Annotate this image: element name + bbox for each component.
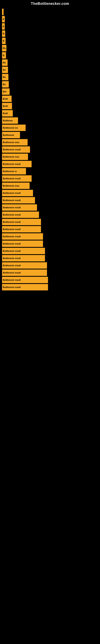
- bar-row: Bottleneck result: [2, 219, 100, 225]
- bar-row: Bottlenec: [2, 117, 100, 124]
- bar-item: Bottleneck result: [2, 197, 35, 204]
- bar-row: Bo: [2, 74, 100, 80]
- bar-label: Bottleneck: [3, 134, 14, 136]
- bar-item: B: [2, 30, 5, 37]
- bar-label: Bottleneck result: [3, 264, 21, 267]
- bar-label: Bottleneck res: [3, 126, 18, 129]
- bar-item: E: [2, 23, 5, 30]
- bar-row: Bottleneck resu: [2, 182, 100, 189]
- bar-row: Bottleneck result: [2, 190, 100, 196]
- bar-label: Bo: [3, 47, 6, 49]
- bar-item: Bottleneck result: [2, 248, 45, 254]
- bar-item: Bottleneck result: [2, 270, 47, 276]
- bar-label: E: [3, 25, 4, 28]
- bar-item: B: [2, 38, 6, 44]
- bar-item: E: [2, 16, 5, 22]
- bar-label: Bottleneck resu: [3, 141, 19, 144]
- bar-item: Bottleneck result: [2, 255, 45, 262]
- bar-row: Bottleneck result: [2, 240, 100, 247]
- bar-row: Bot: [2, 88, 100, 95]
- bar-item: Bottleneck re: [2, 168, 26, 174]
- bar-row: Bottleneck result: [2, 277, 100, 283]
- bar-row: E: [2, 16, 100, 22]
- bar-item: Bottleneck resu: [2, 182, 30, 189]
- bar-row: Bottleneck result: [2, 248, 100, 254]
- bar-row: Bottleneck result: [2, 226, 100, 232]
- bar-item: Bot: [2, 88, 10, 95]
- bar-item: Bo: [2, 81, 9, 88]
- bar-item: Bottleneck result: [2, 204, 37, 211]
- bar-label: Bottleneck result: [3, 148, 21, 151]
- bar-label: B: [3, 40, 4, 42]
- bar-item: Bottleneck result: [2, 175, 32, 182]
- bar-label: Bo: [3, 83, 6, 86]
- bar-row: Bottleneck result: [2, 204, 100, 211]
- bar-item: Bo: [2, 74, 8, 80]
- bar-label: E: [3, 18, 4, 20]
- bar-label: Bottleneck result: [3, 279, 21, 281]
- bar-label: Bo: [3, 69, 6, 71]
- bar-row: Bottleneck result: [2, 212, 100, 218]
- bar-item: Bottl: [2, 96, 12, 102]
- bar-label: B: [3, 54, 4, 56]
- bar-row: Bottleneck resu: [2, 154, 100, 160]
- bar-label: Bottlenec: [3, 119, 13, 122]
- bar-label: Bottleneck result: [3, 221, 21, 223]
- bar-row: Bottleneck result: [2, 233, 100, 240]
- bar-item: Bottleneck resu: [2, 154, 28, 160]
- bar-label: Bottleneck result: [3, 206, 21, 209]
- bar-row: Bo: [2, 66, 100, 73]
- bar-row: [2, 9, 100, 15]
- bar-label: Bottleneck result: [3, 235, 21, 238]
- bar-label: Bottl: [3, 112, 8, 114]
- bar-item: Bottleneck: [2, 132, 20, 138]
- bar-item: Bo: [2, 59, 8, 66]
- bar-row: Bottleneck resu: [2, 139, 100, 146]
- bar-label: B: [3, 32, 4, 35]
- bar-label: Bottleneck result: [3, 272, 21, 274]
- bar-label: Bottleneck result: [3, 250, 21, 252]
- bar-label: Bottleneck result: [3, 257, 21, 260]
- bar-row: Bottleneck re: [2, 168, 100, 174]
- bar-row: Bottleneck res: [2, 124, 100, 131]
- bar-item: Bottleneck result: [2, 262, 47, 269]
- bar-label: Bottleneck re: [3, 170, 17, 172]
- bar-item: Bottleneck res: [2, 124, 26, 131]
- bars-container: EEBBBoBBoBoBoBoBotBottlBottlBottlBottlen…: [0, 7, 100, 291]
- bar-item: Bo: [2, 66, 8, 73]
- bar-label: Bottleneck resu: [3, 184, 19, 187]
- bar-row: B: [2, 52, 100, 58]
- bar-label: Bottl: [3, 98, 8, 100]
- bar-item: B: [2, 52, 6, 58]
- bar-item: Bo: [2, 45, 6, 51]
- bar-row: Bo: [2, 81, 100, 88]
- bar-label: Bottleneck result: [3, 163, 21, 165]
- bar-item: Bottleneck result: [2, 212, 39, 218]
- bar-row: Bo: [2, 59, 100, 66]
- bar-label: Bottleneck result: [3, 228, 21, 230]
- bar-label: Bo: [3, 76, 6, 78]
- bar-label: Bottleneck result: [3, 199, 21, 202]
- bar-item: Bottleneck result: [2, 146, 30, 153]
- bar-row: Bottl: [2, 110, 100, 116]
- bar-item: Bottlenec: [2, 117, 18, 124]
- bar-label: Bottleneck result: [3, 214, 21, 216]
- bar-item: Bottleneck result: [2, 161, 32, 167]
- bar-row: B: [2, 38, 100, 44]
- bar-row: Bottl: [2, 103, 100, 109]
- bar-row: Bottleneck result: [2, 161, 100, 167]
- bar-label: Bottleneck result: [3, 242, 21, 245]
- site-title: TheBottlenecker.com: [0, 0, 100, 7]
- bar-item: Bottleneck result: [2, 240, 43, 247]
- bar-row: Bottleneck result: [2, 262, 100, 269]
- bar-row: Bo: [2, 45, 100, 51]
- bar-item: Bottleneck result: [2, 226, 41, 232]
- bar-row: Bottl: [2, 96, 100, 102]
- bar-item: Bottleneck result: [2, 219, 41, 225]
- bar-label: Bottleneck resu: [3, 156, 19, 158]
- bar-item: Bottleneck result: [2, 284, 48, 290]
- bar-label: Bot: [3, 90, 6, 93]
- bar-label: Bottl: [3, 105, 8, 107]
- bar-label: Bottleneck result: [3, 286, 21, 288]
- bar-label: Bo: [3, 62, 6, 64]
